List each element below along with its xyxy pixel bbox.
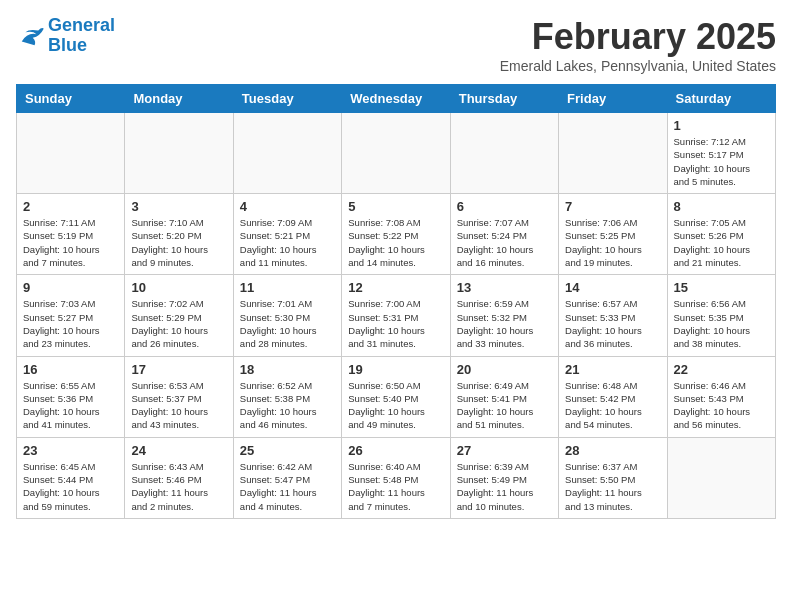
calendar-cell: 15Sunrise: 6:56 AM Sunset: 5:35 PM Dayli… [667,275,775,356]
day-number: 17 [131,362,226,377]
calendar-cell [450,113,558,194]
calendar-cell: 14Sunrise: 6:57 AM Sunset: 5:33 PM Dayli… [559,275,667,356]
calendar-cell: 23Sunrise: 6:45 AM Sunset: 5:44 PM Dayli… [17,437,125,518]
day-info: Sunrise: 6:42 AM Sunset: 5:47 PM Dayligh… [240,460,335,513]
day-number: 1 [674,118,769,133]
calendar-cell: 6Sunrise: 7:07 AM Sunset: 5:24 PM Daylig… [450,194,558,275]
day-info: Sunrise: 6:37 AM Sunset: 5:50 PM Dayligh… [565,460,660,513]
calendar-cell: 21Sunrise: 6:48 AM Sunset: 5:42 PM Dayli… [559,356,667,437]
title-block: February 2025 Emerald Lakes, Pennsylvani… [500,16,776,74]
day-number: 11 [240,280,335,295]
month-title: February 2025 [500,16,776,58]
day-info: Sunrise: 7:02 AM Sunset: 5:29 PM Dayligh… [131,297,226,350]
day-header-thursday: Thursday [450,85,558,113]
calendar-cell: 2Sunrise: 7:11 AM Sunset: 5:19 PM Daylig… [17,194,125,275]
calendar-cell: 28Sunrise: 6:37 AM Sunset: 5:50 PM Dayli… [559,437,667,518]
day-info: Sunrise: 6:49 AM Sunset: 5:41 PM Dayligh… [457,379,552,432]
day-info: Sunrise: 7:05 AM Sunset: 5:26 PM Dayligh… [674,216,769,269]
calendar-cell [125,113,233,194]
day-info: Sunrise: 6:56 AM Sunset: 5:35 PM Dayligh… [674,297,769,350]
day-number: 15 [674,280,769,295]
calendar-cell [17,113,125,194]
day-header-saturday: Saturday [667,85,775,113]
calendar-week-5: 23Sunrise: 6:45 AM Sunset: 5:44 PM Dayli… [17,437,776,518]
day-number: 21 [565,362,660,377]
day-header-wednesday: Wednesday [342,85,450,113]
calendar-cell: 9Sunrise: 7:03 AM Sunset: 5:27 PM Daylig… [17,275,125,356]
day-info: Sunrise: 7:01 AM Sunset: 5:30 PM Dayligh… [240,297,335,350]
logo-icon [16,25,44,47]
day-info: Sunrise: 6:53 AM Sunset: 5:37 PM Dayligh… [131,379,226,432]
calendar-cell: 16Sunrise: 6:55 AM Sunset: 5:36 PM Dayli… [17,356,125,437]
day-info: Sunrise: 6:45 AM Sunset: 5:44 PM Dayligh… [23,460,118,513]
day-info: Sunrise: 6:50 AM Sunset: 5:40 PM Dayligh… [348,379,443,432]
day-number: 27 [457,443,552,458]
day-header-tuesday: Tuesday [233,85,341,113]
calendar-cell: 26Sunrise: 6:40 AM Sunset: 5:48 PM Dayli… [342,437,450,518]
day-number: 19 [348,362,443,377]
calendar-cell: 4Sunrise: 7:09 AM Sunset: 5:21 PM Daylig… [233,194,341,275]
day-info: Sunrise: 6:40 AM Sunset: 5:48 PM Dayligh… [348,460,443,513]
calendar-cell: 8Sunrise: 7:05 AM Sunset: 5:26 PM Daylig… [667,194,775,275]
logo-line1: General [48,15,115,35]
logo-text: General Blue [48,16,115,56]
calendar-cell: 10Sunrise: 7:02 AM Sunset: 5:29 PM Dayli… [125,275,233,356]
day-info: Sunrise: 6:57 AM Sunset: 5:33 PM Dayligh… [565,297,660,350]
calendar-header-row: SundayMondayTuesdayWednesdayThursdayFrid… [17,85,776,113]
calendar-week-1: 1Sunrise: 7:12 AM Sunset: 5:17 PM Daylig… [17,113,776,194]
day-header-monday: Monday [125,85,233,113]
calendar-cell: 13Sunrise: 6:59 AM Sunset: 5:32 PM Dayli… [450,275,558,356]
calendar-cell: 5Sunrise: 7:08 AM Sunset: 5:22 PM Daylig… [342,194,450,275]
day-info: Sunrise: 6:52 AM Sunset: 5:38 PM Dayligh… [240,379,335,432]
day-number: 28 [565,443,660,458]
calendar-cell [233,113,341,194]
calendar-table: SundayMondayTuesdayWednesdayThursdayFrid… [16,84,776,519]
calendar-cell: 24Sunrise: 6:43 AM Sunset: 5:46 PM Dayli… [125,437,233,518]
day-number: 2 [23,199,118,214]
calendar-week-4: 16Sunrise: 6:55 AM Sunset: 5:36 PM Dayli… [17,356,776,437]
day-number: 9 [23,280,118,295]
day-header-friday: Friday [559,85,667,113]
calendar-cell: 18Sunrise: 6:52 AM Sunset: 5:38 PM Dayli… [233,356,341,437]
day-info: Sunrise: 6:46 AM Sunset: 5:43 PM Dayligh… [674,379,769,432]
calendar-cell: 11Sunrise: 7:01 AM Sunset: 5:30 PM Dayli… [233,275,341,356]
calendar-cell: 12Sunrise: 7:00 AM Sunset: 5:31 PM Dayli… [342,275,450,356]
calendar-week-3: 9Sunrise: 7:03 AM Sunset: 5:27 PM Daylig… [17,275,776,356]
calendar-cell: 17Sunrise: 6:53 AM Sunset: 5:37 PM Dayli… [125,356,233,437]
day-number: 14 [565,280,660,295]
logo-line2: Blue [48,35,87,55]
calendar-cell: 27Sunrise: 6:39 AM Sunset: 5:49 PM Dayli… [450,437,558,518]
day-number: 22 [674,362,769,377]
day-info: Sunrise: 7:03 AM Sunset: 5:27 PM Dayligh… [23,297,118,350]
day-info: Sunrise: 7:10 AM Sunset: 5:20 PM Dayligh… [131,216,226,269]
calendar-cell: 22Sunrise: 6:46 AM Sunset: 5:43 PM Dayli… [667,356,775,437]
day-number: 20 [457,362,552,377]
day-number: 25 [240,443,335,458]
day-info: Sunrise: 7:06 AM Sunset: 5:25 PM Dayligh… [565,216,660,269]
day-header-sunday: Sunday [17,85,125,113]
calendar-cell [559,113,667,194]
day-info: Sunrise: 7:09 AM Sunset: 5:21 PM Dayligh… [240,216,335,269]
day-number: 10 [131,280,226,295]
day-number: 12 [348,280,443,295]
day-info: Sunrise: 7:00 AM Sunset: 5:31 PM Dayligh… [348,297,443,350]
day-number: 13 [457,280,552,295]
day-number: 16 [23,362,118,377]
day-info: Sunrise: 7:08 AM Sunset: 5:22 PM Dayligh… [348,216,443,269]
calendar-cell [667,437,775,518]
day-number: 7 [565,199,660,214]
calendar-cell [342,113,450,194]
day-number: 6 [457,199,552,214]
location: Emerald Lakes, Pennsylvania, United Stat… [500,58,776,74]
day-info: Sunrise: 6:48 AM Sunset: 5:42 PM Dayligh… [565,379,660,432]
day-info: Sunrise: 7:07 AM Sunset: 5:24 PM Dayligh… [457,216,552,269]
day-info: Sunrise: 6:59 AM Sunset: 5:32 PM Dayligh… [457,297,552,350]
day-info: Sunrise: 6:55 AM Sunset: 5:36 PM Dayligh… [23,379,118,432]
day-number: 4 [240,199,335,214]
day-number: 5 [348,199,443,214]
logo: General Blue [16,16,115,56]
calendar-cell: 1Sunrise: 7:12 AM Sunset: 5:17 PM Daylig… [667,113,775,194]
calendar-cell: 20Sunrise: 6:49 AM Sunset: 5:41 PM Dayli… [450,356,558,437]
day-number: 23 [23,443,118,458]
day-info: Sunrise: 7:11 AM Sunset: 5:19 PM Dayligh… [23,216,118,269]
